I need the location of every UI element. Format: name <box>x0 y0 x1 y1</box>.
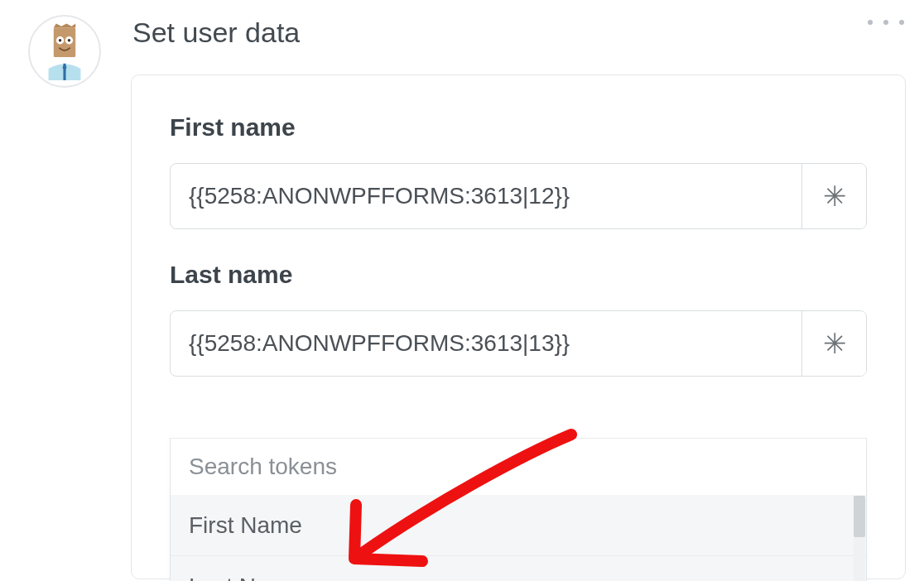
last-name-input-row: ✳ <box>170 310 867 377</box>
svg-point-4 <box>59 39 61 41</box>
token-option-first-name[interactable]: First Name <box>171 495 866 556</box>
more-horizontal-icon <box>883 20 888 25</box>
last-name-label: Last name <box>170 261 867 289</box>
more-horizontal-icon <box>899 20 904 25</box>
action-title: Set user data <box>132 17 300 49</box>
avatar <box>28 15 101 88</box>
last-name-input[interactable] <box>171 311 801 376</box>
field-last-name: Last name ✳ <box>170 261 867 377</box>
asterisk-icon: ✳ <box>823 327 846 360</box>
svg-point-5 <box>68 39 70 41</box>
token-dropdown: First Name Last Name <box>170 438 867 581</box>
first-name-input-row: ✳ <box>170 163 867 229</box>
paper-bag-avatar-icon <box>36 22 94 80</box>
action-card: First name ✳ Last name ✳ First Name Last <box>131 74 906 579</box>
token-option-last-name[interactable]: Last Name <box>171 556 866 581</box>
last-name-token-button[interactable]: ✳ <box>801 311 866 376</box>
field-first-name: First name ✳ <box>170 113 867 229</box>
token-option-list: First Name Last Name <box>171 495 866 581</box>
more-options-button[interactable] <box>864 12 904 29</box>
token-search-input[interactable] <box>171 439 866 495</box>
first-name-input[interactable] <box>171 164 801 228</box>
svg-point-0 <box>63 65 67 70</box>
more-horizontal-icon <box>868 20 873 25</box>
first-name-label: First name <box>170 113 867 142</box>
scrollbar-thumb[interactable] <box>854 496 865 537</box>
dropdown-scrollbar[interactable] <box>854 496 865 581</box>
asterisk-icon: ✳ <box>823 180 846 213</box>
first-name-token-button[interactable]: ✳ <box>801 164 866 228</box>
